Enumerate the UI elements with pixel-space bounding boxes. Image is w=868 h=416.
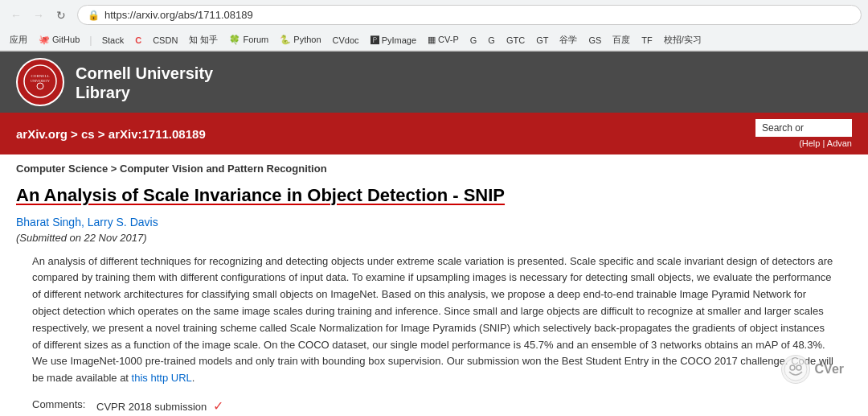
cver-watermark: CVer [781,355,844,384]
search-section: Search or (Help | Advan [755,119,852,148]
cornell-title-main: Cornell University [76,63,213,84]
svg-text:UNIVERSITY: UNIVERSITY [31,79,50,83]
category-nav: Computer Science > Computer Vision and P… [16,163,852,175]
comments-value: CVPR 2018 submission ✓ [96,398,223,414]
cornell-title: Cornell University Library [76,63,213,102]
search-links: (Help | Advan [755,138,852,148]
comments-row: Comments: CVPR 2018 submission ✓ [32,398,852,414]
browser-toolbar: ← → ↻ 🔒 https://arxiv.org/abs/1711.08189 [0,0,868,30]
abstract-body: An analysis of different techniques for … [32,255,833,385]
breadcrumb-text: arXiv.org > cs > arXiv:1711.08189 [16,127,206,141]
svg-text:CORNELL: CORNELL [31,74,49,78]
lock-icon: 🔒 [88,10,100,21]
paper-title: An Analysis of Scale Invariance in Objec… [16,184,852,208]
nav-buttons: ← → ↻ [6,6,71,25]
cornell-title-sub: Library [76,84,213,102]
bookmark-gt[interactable]: GT [533,34,551,47]
back-button[interactable]: ← [6,6,26,25]
abstract-link[interactable]: this http URL [132,372,192,384]
bookmark-baidu[interactable]: 百度 [609,32,633,47]
forward-button[interactable]: → [29,6,48,25]
author-2-link[interactable]: Larry S. Davis [88,216,158,229]
bookmark-guxue[interactable]: 谷学 [556,32,580,47]
bookmark-internship[interactable]: 校招/实习 [661,32,705,47]
arxiv-nav: arXiv.org > cs > arXiv:1711.08189 Search… [0,113,868,154]
bookmark-csdn[interactable]: CSDN [149,34,181,47]
paper-authors: Bharat Singh, Larry S. Davis [16,216,852,229]
bookmark-stack[interactable]: Stack [99,34,128,47]
cver-label: CVer [815,362,844,377]
cornell-logo-inner: CORNELL UNIVERSITY [23,64,58,101]
abstract-text: An analysis of different techniques for … [32,253,836,387]
bookmark-pyimage[interactable]: 🅿 PyImage [367,34,420,47]
bookmark-g1[interactable]: G [467,34,481,47]
sep1: | [89,34,92,46]
svg-point-4 [784,358,807,381]
cornell-logo: CORNELL UNIVERSITY [16,58,64,106]
search-box[interactable]: Search or [755,119,852,137]
help-link[interactable]: Help [802,138,821,148]
bookmark-g2[interactable]: G [485,34,498,47]
metadata-section: Comments: CVPR 2018 submission ✓ Subject… [32,398,852,416]
bookmark-github[interactable]: 🐙 GitHub [35,33,83,47]
category-child: Computer Vision and Pattern Recognition [120,163,327,175]
comments-text: CVPR 2018 submission [96,401,207,413]
advanced-link[interactable]: Advan [827,138,852,148]
bookmarks-bar: 应用 🐙 GitHub | Stack C CSDN 知 知乎 🍀 Forum … [0,30,868,51]
bookmark-cvdoc[interactable]: CVdoc [330,34,362,47]
bookmark-gtc[interactable]: GTC [503,34,528,47]
address-bar[interactable]: 🔒 https://arxiv.org/abs/1711.08189 [77,5,862,25]
category-sep: > [111,163,120,175]
bookmark-python[interactable]: 🐍 Python [276,33,324,47]
search-label: Search or [762,122,804,134]
bookmark-cvp[interactable]: ▦ CV-P [424,33,462,47]
content-area: Computer Science > Computer Vision and P… [0,154,868,416]
url-text: https://arxiv.org/abs/1711.08189 [104,9,851,21]
author-1-link[interactable]: Bharat Singh [16,216,81,229]
arxiv-breadcrumb: arXiv.org > cs > arXiv:1711.08189 [16,127,206,141]
comments-label: Comments: [32,398,96,414]
submission-date: (Submitted on 22 Nov 2017) [16,232,852,244]
checkmark-icon: ✓ [213,399,223,413]
browser-chrome: ← → ↻ 🔒 https://arxiv.org/abs/1711.08189… [0,0,868,51]
bookmark-forum[interactable]: 🍀 Forum [226,33,272,47]
bookmark-gs[interactable]: GS [585,34,604,47]
bookmark-apps[interactable]: 应用 [6,32,31,47]
reload-button[interactable]: ↻ [51,6,71,25]
category-parent-link[interactable]: Computer Science [16,163,108,175]
cver-logo-icon [781,355,810,384]
cornell-header: CORNELL UNIVERSITY Cornell University Li… [0,51,868,113]
bookmark-csdn-c[interactable]: C [132,34,145,47]
bookmark-zhihu[interactable]: 知 知乎 [186,32,221,47]
bookmark-tf[interactable]: TF [638,34,655,47]
